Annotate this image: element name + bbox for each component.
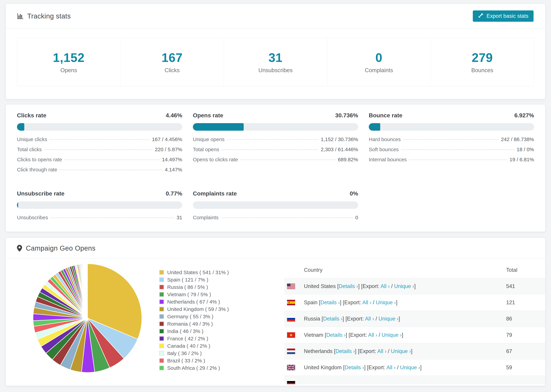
- stat-box-opens: 1,152Opens: [17, 38, 120, 86]
- geo-country-cell: Spain [Details ›] [Export: All › / Uniqu…: [304, 300, 506, 306]
- detail-value: 14.497%: [162, 157, 182, 162]
- detail-value: 18 / 0%: [517, 147, 534, 152]
- rate-detail-row: Soft bounces18 / 0%: [369, 147, 534, 157]
- dotted-leader: [401, 149, 514, 150]
- rates-grid: Clicks rate4.46%Unique clicks167 / 4.456…: [17, 112, 534, 225]
- details-link[interactable]: Details ›: [335, 348, 355, 354]
- legend-item: Brazil ( 33 / 2% ): [159, 357, 229, 364]
- de-flag-icon: [287, 381, 295, 384]
- rate-group-clicks-rate: Clicks rate4.46%Unique clicks167 / 4.456…: [17, 112, 182, 177]
- geo-country-cell: Russia [Details ›] [Export: All › / Uniq…: [304, 316, 506, 322]
- legend-label: United Kingdom ( 59 / 3% ): [167, 306, 229, 312]
- detail-label: Soft bounces: [369, 147, 399, 152]
- legend-swatch: [159, 292, 164, 297]
- export-all-link[interactable]: All ›: [368, 332, 379, 338]
- rate-progress-fill: [17, 201, 18, 209]
- export-all-link[interactable]: All ›: [381, 283, 391, 289]
- export-unique-link[interactable]: Unique ›: [376, 300, 396, 305]
- legend-item: France ( 42 / 2% ): [159, 335, 229, 342]
- rate-progress-fill: [17, 123, 24, 131]
- stat-label: Bounces: [471, 67, 493, 74]
- geo-table: Country Total United States [Details ›] …: [284, 262, 545, 384]
- legend-swatch: [159, 277, 164, 282]
- export-unique-link[interactable]: Unique ›: [381, 332, 402, 338]
- dotted-leader: [221, 217, 353, 218]
- export-all-link[interactable]: All ›: [377, 348, 388, 354]
- details-link[interactable]: Details ›: [320, 300, 340, 305]
- geo-table-rows: United States [Details ›] [Export: All ›…: [284, 278, 545, 384]
- rate-detail-row: Complaints0: [193, 215, 358, 225]
- detail-value: 1,152 / 30.736%: [321, 136, 358, 142]
- export-basic-stats-button[interactable]: Export basic stats: [473, 10, 534, 22]
- slash: /: [391, 283, 394, 289]
- rate-detail-row: Click through rate4.147%: [17, 167, 182, 177]
- rate-detail-row: Total opens2,303 / 61.446%: [193, 147, 358, 157]
- detail-value: 689.82%: [338, 157, 358, 162]
- stat-box-clicks: 167Clicks: [120, 38, 224, 86]
- legend-swatch: [159, 343, 164, 348]
- export-prefix: [Export:: [349, 332, 368, 338]
- geo-table-row-gb: United Kingdom [Details ›] [Export: All …: [284, 359, 545, 376]
- tracking-stats-title-text: Tracking stats: [27, 12, 71, 20]
- details-link[interactable]: Details ›: [323, 316, 343, 322]
- slash: /: [397, 364, 400, 371]
- export-button-label: Export basic stats: [487, 13, 528, 19]
- dotted-leader: [50, 217, 174, 218]
- export-unique-link[interactable]: Unique ›: [391, 348, 411, 354]
- bracket: ]: [346, 332, 349, 338]
- export-unique-link[interactable]: Unique ›: [379, 316, 399, 322]
- export-unique-link[interactable]: Unique ›: [394, 283, 414, 289]
- geo-title-text: Campaign Geo Opens: [26, 245, 95, 252]
- legend-swatch: [159, 351, 164, 356]
- bracket: ]: [343, 316, 346, 322]
- geo-title: Campaign Geo Opens: [17, 245, 95, 252]
- detail-value: 2,303 / 61.446%: [321, 147, 358, 152]
- geo-pie-chart: [31, 262, 144, 375]
- bracket: [: [343, 364, 345, 371]
- export-prefix: [Export:: [361, 283, 381, 289]
- stat-value: 0: [375, 51, 382, 65]
- stat-label: Opens: [60, 67, 77, 74]
- geo-table-header-total: Total: [506, 267, 545, 273]
- legend-label: South Africa ( 29 / 2% ): [167, 365, 220, 371]
- rate-value: 4.46%: [166, 112, 182, 119]
- details-link[interactable]: Details ›: [326, 332, 346, 338]
- detail-value: 167 / 4.456%: [152, 136, 182, 142]
- legend-label: Germany ( 55 / 3% ): [167, 314, 213, 320]
- dotted-leader: [409, 160, 507, 160]
- geo-table-row: [284, 376, 545, 384]
- detail-value: 19 / 6.81%: [509, 157, 534, 162]
- legend-swatch: [159, 314, 164, 319]
- rate-group-complaints-rate: Complaints rate0%Complaints0: [193, 190, 358, 225]
- legend-item: Russia ( 86 / 5% ): [159, 283, 229, 291]
- geo-total-cell: 79: [506, 332, 545, 338]
- rate-progress-fill: [369, 123, 380, 131]
- export-prefix: [Export:: [346, 316, 365, 322]
- bracket: ]: [402, 332, 403, 338]
- bracket: ]: [399, 316, 400, 322]
- rate-progress-bar: [369, 123, 534, 131]
- legend-swatch: [159, 321, 164, 326]
- rate-title: Bounce rate: [369, 112, 403, 119]
- country-name: Spain: [304, 300, 319, 305]
- export-unique-link[interactable]: Unique ›: [400, 364, 420, 371]
- details-link[interactable]: Details ›: [345, 364, 364, 371]
- geo-table-row-ru: Russia [Details ›] [Export: All › / Uniq…: [284, 311, 545, 327]
- detail-label: Unsubscribes: [17, 215, 48, 220]
- export-all-link[interactable]: All ›: [386, 364, 397, 371]
- details-link[interactable]: Details ›: [339, 283, 358, 289]
- legend-swatch: [159, 365, 164, 371]
- rate-progress-fill: [193, 123, 244, 131]
- export-all-link[interactable]: All ›: [365, 316, 376, 322]
- legend-swatch: [159, 336, 164, 341]
- rate-title: Clicks rate: [17, 112, 46, 119]
- legend-label: Netherlands ( 67 / 4% ): [167, 299, 220, 305]
- export-all-link[interactable]: All ›: [362, 300, 373, 305]
- geo-pie-legend: United States ( 541 / 31% )Spain ( 121 /…: [159, 269, 229, 372]
- campaign-geo-opens-card: Campaign Geo Opens United States ( 541 /…: [6, 238, 545, 386]
- dotted-leader: [227, 139, 318, 140]
- legend-item: United States ( 541 / 31% ): [159, 269, 229, 276]
- tracking-stats-title: Tracking stats: [17, 12, 71, 20]
- slash: /: [388, 348, 391, 354]
- legend-item: United Kingdom ( 59 / 3% ): [159, 305, 229, 313]
